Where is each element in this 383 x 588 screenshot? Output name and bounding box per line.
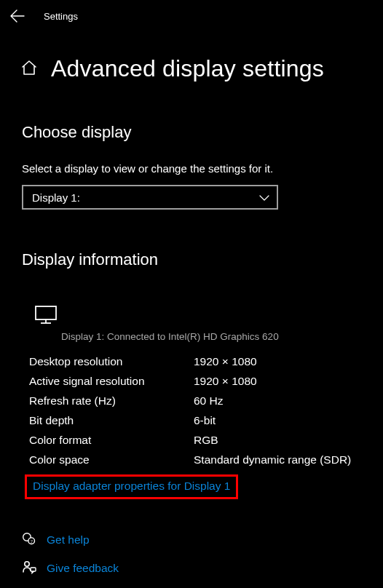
info-label: Refresh rate (Hz) — [29, 394, 194, 408]
give-feedback-label: Give feedback — [47, 562, 119, 575]
info-row: Color format RGB — [29, 431, 363, 450]
page-title: Advanced display settings — [51, 55, 324, 82]
info-row: Active signal resolution 1920 × 1080 — [29, 372, 363, 392]
home-icon[interactable] — [20, 59, 38, 79]
info-label: Bit depth — [29, 414, 194, 427]
info-value: Standard dynamic range (SDR) — [194, 453, 351, 466]
svg-text:?: ? — [31, 539, 33, 544]
info-value: 6-bit — [194, 414, 216, 427]
info-label: Color format — [29, 434, 194, 447]
svg-rect-0 — [36, 306, 56, 319]
choose-display-heading: Choose display — [0, 92, 383, 151]
give-feedback-link[interactable]: Give feedback — [22, 555, 383, 584]
app-title: Settings — [44, 11, 78, 22]
page-header: Advanced display settings — [0, 31, 383, 92]
display-information-heading: Display information — [0, 210, 383, 278]
adapter-link-highlight: Display adapter properties for Display 1 — [25, 474, 238, 499]
info-label: Active signal resolution — [29, 375, 194, 388]
info-row: Desktop resolution 1920 × 1080 — [29, 352, 363, 372]
info-row: Color space Standard dynamic range (SDR) — [29, 450, 363, 470]
back-arrow-icon — [10, 9, 25, 23]
info-label: Color space — [29, 453, 194, 466]
info-value: 60 Hz — [194, 394, 224, 408]
help-icon: ? — [22, 531, 36, 548]
info-value: RGB — [194, 434, 218, 447]
footer-links: ? Get help Give feedback — [0, 499, 383, 584]
display-info-rows: Desktop resolution 1920 × 1080 Active si… — [0, 352, 383, 470]
info-row: Refresh rate (Hz) 60 Hz — [29, 392, 363, 411]
info-value: 1920 × 1080 — [194, 375, 257, 388]
feedback-icon — [22, 560, 36, 576]
display-adapter-link[interactable]: Display adapter properties for Display 1 — [33, 480, 230, 492]
info-row: Bit depth 6-bit — [29, 411, 363, 431]
info-value: 1920 × 1080 — [194, 355, 257, 368]
back-button[interactable] — [9, 7, 26, 25]
get-help-label: Get help — [47, 533, 90, 547]
info-label: Desktop resolution — [29, 355, 194, 368]
choose-display-subtitle: Select a display to view or change the s… — [0, 151, 383, 179]
svg-point-6 — [25, 562, 29, 566]
svg-rect-7 — [31, 568, 36, 571]
chevron-down-icon — [259, 191, 269, 204]
titlebar: Settings — [0, 0, 383, 31]
display-connected-text: Display 1: Connected to Intel(R) HD Grap… — [31, 330, 383, 352]
display-select-value: Display 1: — [32, 191, 80, 204]
display-select[interactable]: Display 1: — [22, 185, 278, 210]
get-help-link[interactable]: ? Get help — [22, 527, 383, 555]
monitor-block: Display 1: Connected to Intel(R) HD Grap… — [0, 278, 383, 352]
monitor-icon — [35, 306, 383, 327]
